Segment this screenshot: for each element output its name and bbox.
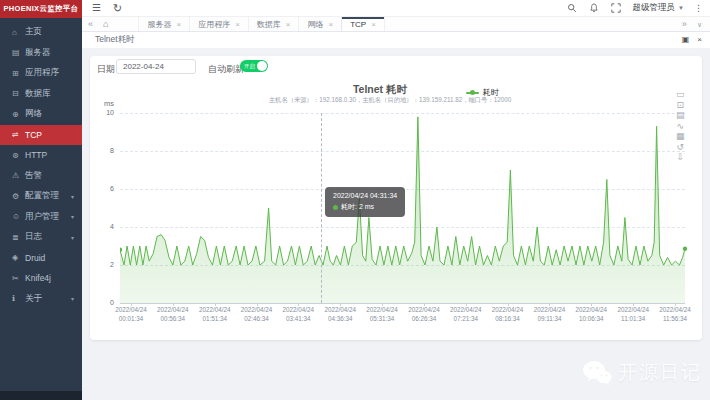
scroll-right-icon[interactable]: » (682, 20, 687, 29)
sidebar-item-主页[interactable]: ⌂主页 (0, 22, 82, 43)
auto-refresh-toggle[interactable]: 开启 (240, 60, 268, 72)
sidebar-item-label: Knife4j (25, 273, 51, 283)
tab-应用程序[interactable]: 应用程序× (189, 17, 248, 31)
notification-icon[interactable] (589, 3, 599, 13)
sidebar-item-TCP[interactable]: ⇌TCP (0, 125, 82, 146)
restore-icon[interactable]: ↺ (676, 142, 685, 153)
tab-label: 应用程序 (198, 19, 230, 30)
log-icon: ≣ (12, 233, 25, 242)
sidebar-item-label: HTTP (25, 150, 47, 160)
chart-title: Telnet 耗时 (300, 83, 460, 97)
sidebar-item-label: Druid (25, 253, 45, 263)
sidebar-item-label: 服务器 (25, 47, 51, 59)
tab-close-icon[interactable]: × (235, 20, 240, 29)
sidebar-item-服务器[interactable]: ▤服务器 (0, 43, 82, 64)
zoom-reset-icon[interactable]: ⊡ (676, 100, 685, 111)
sidebar-item-网络[interactable]: ⊕网络 (0, 104, 82, 125)
chevron-down-icon: ▾ (71, 234, 74, 241)
tooltip-value: 2 ms (359, 203, 374, 210)
legend-marker (466, 92, 479, 94)
sidebar-item-label: 日志 (25, 231, 42, 243)
sidebar-item-label: 用户管理 (25, 211, 59, 223)
wechat-icon (582, 360, 612, 386)
more-vertical-icon[interactable]: ⋮ (694, 3, 703, 13)
home-tab-icon[interactable]: ⌂ (103, 19, 108, 29)
toggle-knob (257, 61, 267, 71)
tab-数据库[interactable]: 数据库× (248, 17, 299, 31)
config-icon: ⚙ (12, 192, 25, 201)
sidebar-item-数据库[interactable]: ⊟数据库 (0, 84, 82, 105)
sidebar-item-label: 网络 (25, 108, 42, 120)
menu-collapse-icon[interactable]: ☰ (92, 3, 101, 13)
auto-refresh-label: 自动刷新 (208, 63, 244, 76)
http-icon: ⊛ (12, 151, 25, 160)
tab-label: 网络 (307, 19, 323, 30)
caret-down-icon: ▼ (678, 5, 684, 11)
user-menu[interactable]: 超级管理员 ▼ (633, 2, 684, 14)
druid-icon: ◈ (12, 253, 25, 262)
sidebar-nav: ⌂主页▤服务器⊞应用程序⊟数据库⊕网络⇌TCP⊛HTTP⚠告警⚙配置管理▾☺用户… (0, 22, 82, 309)
watermark-text: 开源日记 (618, 360, 702, 386)
line-chart-icon[interactable]: ∿ (676, 121, 685, 132)
axis-pointer-line (321, 113, 322, 303)
sidebar-item-应用程序[interactable]: ⊞应用程序 (0, 63, 82, 84)
sidebar-item-label: 数据库 (25, 88, 51, 100)
date-input[interactable] (116, 59, 196, 74)
database-icon: ⊟ (12, 89, 25, 98)
sidebar-item-告警[interactable]: ⚠告警 (0, 166, 82, 187)
user-menu-label: 超级管理员 (633, 2, 676, 14)
tab-close-icon[interactable]: × (176, 20, 181, 29)
sidebar-footer (0, 391, 82, 400)
sidebar-item-用户管理[interactable]: ☺用户管理▾ (0, 207, 82, 228)
bar-chart-icon[interactable]: ▦ (676, 131, 685, 142)
data-point-marker (683, 247, 687, 251)
sidebar-item-关于[interactable]: ℹ关于▾ (0, 289, 82, 310)
application-icon: ⊞ (12, 69, 25, 78)
tab-bar: « ⌂ 服务器×应用程序×数据库×网络×TCP× » ∨ (82, 17, 710, 32)
save-image-icon[interactable]: ⇩ (676, 152, 685, 163)
sidebar-item-label: 主页 (25, 26, 42, 38)
data-view-icon[interactable]: ▤ (676, 110, 685, 121)
top-header: ☰ ↻ 超级管理员 ▼ ⋮ (82, 0, 710, 17)
search-icon[interactable] (567, 3, 577, 13)
panel-pin-icon[interactable]: ▣ (682, 36, 690, 44)
app-window: PHOENIX云监控平台 ⌂主页▤服务器⊞应用程序⊟数据库⊕网络⇌TCP⊛HTT… (0, 0, 710, 400)
tab-close-icon[interactable]: × (286, 20, 291, 29)
chart-tooltip: 2022/04/24 04:31:34 耗时: 2 ms (325, 187, 405, 217)
sidebar-item-Knife4j[interactable]: ✂Knife4j (0, 268, 82, 289)
panel-close-icon[interactable]: × (697, 36, 702, 44)
sidebar-item-Druid[interactable]: ◈Druid (0, 248, 82, 269)
app-logo: PHOENIX云监控平台 (0, 0, 82, 18)
alert-icon: ⚠ (12, 171, 25, 180)
chevron-down-icon: ▾ (71, 213, 74, 220)
scroll-left-icon[interactable]: « (88, 20, 93, 29)
tab-label: 服务器 (147, 19, 171, 30)
sidebar-item-label: TCP (25, 130, 42, 140)
chart-subtitle: 主机名（来源）：192.168.0.30，主机名（目的地）：139.159.21… (260, 96, 520, 105)
collapse-tabs-icon[interactable]: ∨ (697, 20, 702, 29)
breadcrumb: Telnet耗时 ▣ × (82, 32, 710, 48)
tab-close-icon[interactable]: × (328, 20, 333, 29)
sidebar-item-HTTP[interactable]: ⊛HTTP (0, 145, 82, 166)
tab-label: TCP (350, 20, 366, 29)
tab-网络[interactable]: 网络× (298, 17, 341, 31)
tab-close-icon[interactable]: × (371, 20, 376, 29)
y-axis-unit: ms (92, 99, 114, 108)
page-title: Telnet耗时 (95, 34, 135, 46)
home-icon: ⌂ (12, 28, 25, 37)
sidebar-item-日志[interactable]: ≣日志▾ (0, 227, 82, 248)
refresh-icon[interactable]: ↻ (113, 3, 122, 13)
tooltip-series-label: 耗时: (341, 203, 357, 210)
fullscreen-icon[interactable] (611, 3, 621, 13)
sidebar-item-label: 应用程序 (25, 67, 59, 79)
tab-TCP[interactable]: TCP× (341, 17, 385, 31)
data-zoom-icon[interactable]: ▭ (676, 89, 685, 100)
chevron-down-icon: ▾ (71, 295, 74, 302)
tab-label: 数据库 (257, 19, 281, 30)
toggle-state-label: 开启 (244, 63, 255, 69)
tab-服务器[interactable]: 服务器× (138, 17, 189, 31)
chevron-down-icon: ▾ (71, 193, 74, 200)
sidebar-item-配置管理[interactable]: ⚙配置管理▾ (0, 186, 82, 207)
sidebar-item-label: 告警 (25, 170, 42, 182)
tooltip-time: 2022/04/24 04:31:34 (333, 191, 397, 202)
